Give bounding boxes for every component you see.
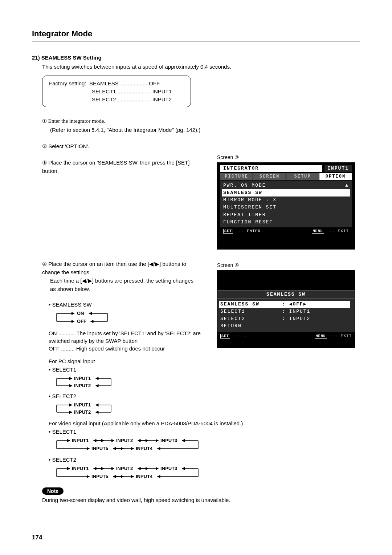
osd4-row-select2[interactable]: SELECT2: INPUT2 bbox=[220, 315, 352, 323]
svg-text:INPUT2: INPUT2 bbox=[74, 383, 91, 388]
step-4: ④ Place the cursor on an item then use t… bbox=[42, 260, 198, 293]
factory-l1a: SEAMLESS bbox=[89, 80, 119, 86]
svg-text:INPUT3: INPUT3 bbox=[160, 466, 177, 471]
step-4-line1: ④ Place the cursor on an item then use t… bbox=[42, 261, 186, 275]
svg-text:INPUT5: INPUT5 bbox=[91, 446, 108, 451]
osd3-title-left: INTEGRATOR bbox=[220, 165, 322, 172]
cycle-on-text: ON bbox=[77, 311, 84, 316]
select2-video-bullet: • SELECT2 bbox=[49, 457, 360, 463]
osd4-footer-set: SET ··· — bbox=[220, 334, 247, 338]
osd3-item-multiscreen[interactable]: MULTISCREEN SET bbox=[223, 204, 349, 211]
factory-l1b: OFF bbox=[149, 80, 160, 86]
osd4-row-select1[interactable]: SELECT1: INPUT1 bbox=[220, 308, 352, 315]
osd3-title-right: INPUT1 bbox=[324, 165, 352, 172]
osd4-row-return[interactable]: RETURN bbox=[220, 323, 352, 330]
osd3-item-function-reset[interactable]: FUNCTION RESET bbox=[223, 219, 349, 226]
osd3-menu-list: PWR. ON MODE▲ SEAMLESS SW MIRROR MODE : … bbox=[220, 181, 352, 227]
svg-text:INPUT2: INPUT2 bbox=[116, 438, 133, 443]
osd3-tab-option[interactable]: OPTION bbox=[319, 173, 352, 180]
scroll-up-icon[interactable]: ▲ bbox=[345, 182, 349, 189]
osd3-item-repeat[interactable]: REPEAT TIMER bbox=[223, 211, 349, 219]
osd3-item-seamless[interactable]: SEAMLESS SW bbox=[222, 189, 350, 197]
page-title: Integrator Mode bbox=[32, 29, 360, 41]
svg-text:INPUT1: INPUT1 bbox=[72, 466, 89, 471]
osd3-footer-set: SET ··· ENTER bbox=[223, 229, 261, 233]
osd3-tab-screen[interactable]: SCREEN bbox=[253, 173, 286, 180]
svg-text:INPUT4: INPUT4 bbox=[136, 446, 153, 451]
step-1-line1: ① Enter the integrator mode. bbox=[42, 118, 105, 124]
pc-signal-label: For PC signal input bbox=[49, 357, 360, 365]
intro-text: This setting switches between inputs at … bbox=[42, 64, 360, 70]
select2-video-cycle: INPUT1 INPUT2 INPUT3 INPUT5 INPUT4 bbox=[53, 464, 360, 481]
screen-3-osd: INTEGRATOR INPUT1 PICTURE SCREEN SETUP O… bbox=[217, 162, 355, 250]
svg-text:INPUT1: INPUT1 bbox=[74, 376, 91, 381]
svg-text:INPUT1: INPUT1 bbox=[72, 438, 89, 443]
osd3-tabs: PICTURE SCREEN SETUP OPTION bbox=[220, 173, 352, 180]
osd3-footer-menu: MENU ··· EXIT bbox=[312, 229, 349, 233]
screen-4-label: Screen ④ bbox=[217, 262, 359, 268]
step-1: ① Enter the integrator mode. (Refer to s… bbox=[42, 117, 360, 134]
section-heading: 21) SEAMLESS SW Setting bbox=[32, 54, 360, 61]
svg-text:INPUT4: INPUT4 bbox=[136, 474, 153, 479]
screen-3-label: Screen ③ bbox=[217, 154, 359, 160]
osd4-list: SEAMLESS SW: ◀OFF▶ SELECT1: INPUT1 SELEC… bbox=[217, 299, 355, 332]
osd3-item-mirror[interactable]: MIRROR MODE : X bbox=[223, 197, 349, 204]
cycle-off-text: OFF bbox=[77, 319, 86, 324]
screen-4-osd: SEAMLESS SW SEAMLESS SW: ◀OFF▶ SELECT1: … bbox=[217, 270, 355, 348]
select1-pc-cycle: INPUT1 INPUT2 bbox=[53, 374, 360, 389]
step-3: ③ Place the cursor on 'SEAMLESS SW' then… bbox=[42, 158, 198, 175]
svg-text:INPUT1: INPUT1 bbox=[74, 402, 91, 408]
step-2: ② Select 'OPTION'. bbox=[42, 142, 360, 150]
svg-text:INPUT2: INPUT2 bbox=[74, 409, 91, 415]
factory-l2b: INPUT1 bbox=[152, 88, 172, 94]
on-definition: ON ........... The inputs set by 'SELECT… bbox=[49, 329, 208, 345]
osd3-tab-setup[interactable]: SETUP bbox=[286, 173, 319, 180]
screen-3-wrapper: Screen ③ INTEGRATOR INPUT1 PICTURE SCREE… bbox=[217, 154, 359, 250]
osd3-item-pwr[interactable]: PWR. ON MODE▲ bbox=[223, 182, 349, 189]
note-text: During two-screen display and video wall… bbox=[42, 497, 360, 503]
svg-text:INPUT3: INPUT3 bbox=[160, 438, 177, 443]
note-badge: Note bbox=[42, 487, 64, 495]
select1-video-bullet: • SELECT1 bbox=[49, 429, 360, 435]
osd4-footer-menu: MENU ··· EXIT bbox=[315, 334, 352, 338]
select2-pc-cycle: INPUT1 INPUT2 bbox=[53, 401, 360, 416]
select2-pc-bullet: • SELECT2 bbox=[49, 393, 360, 399]
factory-l3a: SELECT2 bbox=[92, 96, 116, 102]
step-4-line2: Each time a [◀/▶] buttons are pressed, t… bbox=[50, 276, 198, 293]
factory-l3b: INPUT2 bbox=[152, 96, 172, 102]
select1-pc-bullet: • SELECT1 bbox=[49, 366, 360, 373]
video-signal-label: For video signal input (Applicable only … bbox=[49, 420, 360, 427]
factory-label: Factory setting: bbox=[49, 80, 86, 86]
osd4-row-seamless[interactable]: SEAMLESS SW: ◀OFF▶ bbox=[219, 301, 350, 308]
factory-l2a: SELECT1 bbox=[92, 88, 116, 94]
svg-text:INPUT2: INPUT2 bbox=[116, 466, 133, 471]
select1-video-cycle: INPUT1 INPUT2 INPUT3 INPUT5 INPUT4 bbox=[53, 436, 360, 453]
svg-text:INPUT5: INPUT5 bbox=[91, 474, 108, 479]
page-number: 174 bbox=[32, 534, 42, 541]
screen-4-wrapper: Screen ④ SEAMLESS SW SEAMLESS SW: ◀OFF▶ … bbox=[217, 262, 359, 348]
osd3-tab-picture[interactable]: PICTURE bbox=[220, 173, 253, 180]
factory-setting-box: Factory setting: SEAMLESS ..............… bbox=[42, 76, 191, 107]
step-1-line2: (Refer to section 5.4.1, "About the Inte… bbox=[50, 126, 360, 134]
osd4-header: SEAMLESS SW bbox=[217, 290, 355, 299]
